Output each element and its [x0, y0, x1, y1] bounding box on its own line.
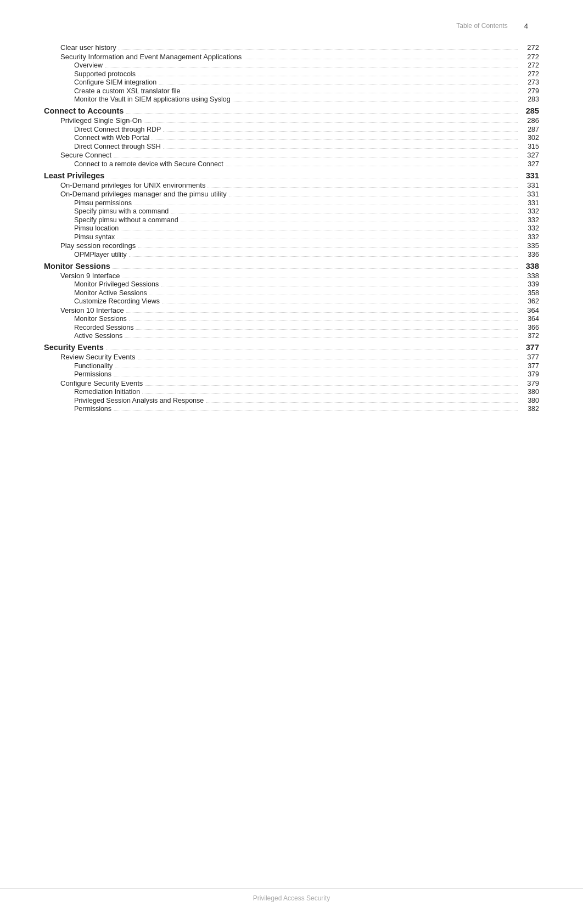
page-footer: Privileged Access Security	[0, 888, 583, 902]
toc-dots	[117, 239, 518, 239]
toc-item-label: Supported protocols	[74, 70, 136, 78]
toc-dots	[206, 402, 518, 403]
toc-item-label: Review Security Events	[60, 353, 136, 361]
toc-dots	[182, 93, 518, 93]
toc-row: Security Events377	[44, 343, 539, 352]
toc-page-number: 285	[520, 106, 539, 115]
toc-item-label: Specify pimsu without a command	[74, 216, 178, 224]
toc-item-label: Privileged Single Sign-On	[60, 116, 142, 125]
toc-row: Active Sessions372	[44, 332, 539, 340]
toc-row: Connect with Web Portal302	[44, 134, 539, 142]
toc-dots	[233, 101, 518, 102]
toc-dots	[244, 59, 518, 59]
toc-row: Monitor Sessions338	[44, 262, 539, 271]
toc-dots	[181, 222, 518, 222]
toc-item-label: Permissions	[74, 370, 111, 378]
toc-page-number: 380	[520, 397, 539, 404]
toc-page-number: 338	[520, 272, 539, 280]
toc-row: Monitor Privileged Sessions339	[44, 280, 539, 288]
toc-item-label: Security Information and Event Managemen…	[60, 53, 242, 61]
toc-page-number: 272	[520, 43, 539, 52]
toc-row: Connect to a remote device with Secure C…	[44, 160, 539, 168]
toc-dots	[149, 295, 518, 295]
toc-page-number: 331	[520, 181, 539, 189]
toc-item-label: Monitor Sessions	[44, 262, 110, 271]
toc-row: Privileged Single Sign-On286	[44, 116, 539, 125]
toc-dots	[142, 393, 518, 394]
toc-row: Permissions379	[44, 370, 539, 378]
toc-item-label: Pimsu permissions	[74, 199, 132, 207]
toc-row: Pimsu syntax332	[44, 233, 539, 241]
toc-page-number: 286	[520, 116, 539, 125]
toc-item-label: Connect with Web Portal	[74, 134, 149, 142]
toc-item-label: On-Demand privileges for UNIX environmen…	[60, 181, 205, 189]
toc-row: Supported protocols272	[44, 70, 539, 78]
toc-item-label: Create a custom XSL translator file	[74, 87, 180, 95]
toc-dots	[229, 196, 518, 196]
toc-page-number: 372	[520, 332, 539, 340]
toc-page-number: 377	[520, 343, 539, 352]
page: Table of Contents 4 Clear user history27…	[0, 0, 583, 924]
toc-item-label: Connect to Accounts	[44, 106, 124, 115]
toc-page-number: 327	[520, 151, 539, 159]
toc-dots	[121, 230, 518, 230]
toc-row: Customize Recording Views362	[44, 297, 539, 305]
toc-page-number: 335	[520, 241, 539, 250]
toc-row: Play session recordings335	[44, 241, 539, 250]
toc-dots	[119, 49, 518, 50]
page-header: Table of Contents 4	[44, 22, 539, 30]
toc-item-label: Recorded Sessions	[74, 324, 133, 331]
toc-page-number: 362	[520, 297, 539, 305]
toc-row: Privileged Session Analysis and Response…	[44, 397, 539, 404]
toc-dots	[114, 410, 518, 411]
toc-item-label: Secure Connect	[60, 151, 111, 159]
toc-dots	[226, 166, 518, 166]
toc-item-label: Least Privileges	[44, 171, 104, 180]
toc-row: Recorded Sessions366	[44, 324, 539, 331]
toc-dots	[134, 205, 518, 205]
footer-text: Privileged Access Security	[253, 894, 330, 902]
toc-item-label: Direct Connect through SSH	[74, 143, 161, 150]
toc-row: Overview272	[44, 61, 539, 69]
toc-row: Version 9 Interface338	[44, 272, 539, 280]
toc-page-number: 327	[520, 160, 539, 168]
toc-row: Monitor Active Sessions358	[44, 289, 539, 297]
toc-row: Pimsu location332	[44, 224, 539, 232]
toc-page-number: 272	[520, 53, 539, 61]
toc-row: Create a custom XSL translator file279	[44, 87, 539, 95]
toc-row: Permissions382	[44, 405, 539, 413]
toc-page-number: 377	[520, 362, 539, 370]
toc-dots	[126, 113, 518, 114]
toc-row: Direct Connect through SSH315	[44, 143, 539, 150]
toc-item-label: Permissions	[74, 405, 111, 413]
toc-page-number: 315	[520, 143, 539, 150]
toc-dots	[114, 376, 518, 376]
toc-page-number: 272	[520, 70, 539, 78]
toc-row: OPMPlayer utility336	[44, 251, 539, 258]
toc-row: On-Demand privileges manager and the pim…	[44, 190, 539, 198]
toc-item-label: Version 10 Interface	[60, 306, 124, 314]
toc-dots	[138, 247, 518, 248]
toc-item-label: OPMPlayer utility	[74, 251, 127, 258]
toc-item-label: Active Sessions	[74, 332, 122, 340]
toc-page-number: 364	[520, 315, 539, 323]
toc-dots	[129, 256, 518, 257]
toc-item-label: Clear user history	[60, 43, 116, 52]
toc-page-number: 332	[520, 207, 539, 215]
toc-page-number: 332	[520, 233, 539, 241]
toc-item-label: Specify pimsu with a command	[74, 207, 169, 215]
toc-row: Clear user history272	[44, 43, 539, 52]
toc-item-label: Overview	[74, 61, 103, 69]
toc-page-number: 273	[520, 78, 539, 86]
toc-dots	[163, 148, 518, 149]
toc-item-label: Version 9 Interface	[60, 272, 120, 280]
toc-page-number: 331	[520, 199, 539, 207]
toc-row: Review Security Events377	[44, 353, 539, 361]
toc-dots	[106, 350, 518, 350]
toc-dots	[208, 187, 518, 188]
header-page-number: 4	[524, 22, 528, 30]
toc-page-number: 302	[520, 134, 539, 142]
toc-page-number: 272	[520, 61, 539, 69]
toc-item-label: Customize Recording Views	[74, 297, 160, 305]
toc-row: Specify pimsu with a command332	[44, 207, 539, 215]
